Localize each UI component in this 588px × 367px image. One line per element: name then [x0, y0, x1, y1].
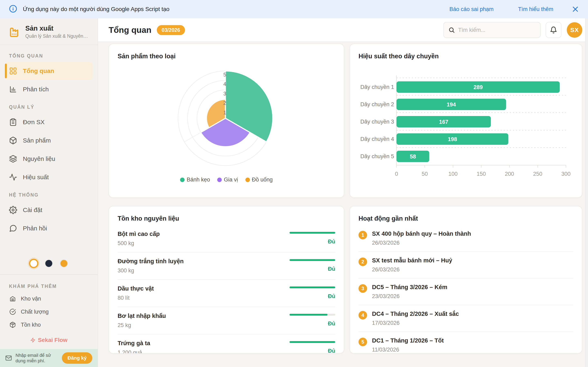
sidebar-item-chat[interactable]: Phản hồi	[5, 219, 93, 237]
legend-item[interactable]: Đồ uống	[245, 176, 273, 183]
svg-text:2: 2	[223, 100, 226, 106]
close-banner-button[interactable]	[572, 6, 579, 13]
report-abuse-link[interactable]: Báo cáo sai phạm	[449, 6, 493, 12]
card-recent-activity: Hoạt động gần nhất 1SX 400 hộp bánh quy …	[350, 206, 582, 354]
legend-label: Bánh kẹo	[187, 176, 210, 183]
stock-status-badge: Đủ	[290, 239, 335, 245]
sidebar-item-box[interactable]: Sản phẩm	[5, 132, 93, 150]
explore-section: KHÁM PHÁ THÊM Kho vậnChất lượngTồn kho	[0, 274, 98, 332]
learn-more-link[interactable]: Tìm hiểu thêm	[518, 6, 553, 12]
sidebar-item-grid[interactable]: Tổng quan	[5, 62, 93, 80]
search-input[interactable]	[458, 27, 536, 33]
inventory-item-info: Đường trắng tinh luyện300 kg	[118, 258, 184, 274]
inventory-item-info: Bơ lạt nhập khẩu25 kg	[118, 313, 166, 328]
box-icon	[9, 136, 17, 145]
info-icon	[9, 5, 17, 13]
activity-number-badge: 1	[359, 231, 367, 239]
activity-date: 11/03/2026	[372, 347, 444, 353]
factory-icon	[8, 26, 20, 38]
bell-icon	[550, 26, 557, 34]
email-signup-text: Nhập email để sử dụng miễn phí.	[16, 352, 58, 364]
bar-category-label: Dây chuyền 3	[360, 119, 394, 125]
inventory-row: Trứng gà ta1,200 quảĐủ	[118, 334, 335, 354]
explore-item-warehouse[interactable]: Kho vận	[5, 292, 93, 305]
inventory-row: Bột mì cao cấp500 kgĐủ	[118, 225, 335, 252]
stock-level-bar	[290, 232, 335, 234]
signup-button[interactable]: Đăng ký	[62, 352, 92, 364]
bar-value-label: 289	[474, 84, 483, 90]
legend-label: Gia vị	[224, 176, 238, 183]
brand-subtitle: Quản lý Sản xuất & Nguyên li...	[25, 33, 89, 39]
explore-item-check-circle[interactable]: Chất lượng	[5, 305, 93, 318]
inventory-item-info: Dầu thực vật80 lít	[118, 285, 154, 301]
sidebar-item-layers[interactable]: Nguyên liệu	[5, 150, 93, 168]
activity-row: 5DC1 – Tháng 1/2026 – Tốt11/03/2026	[359, 332, 573, 354]
inventory-item-status-block: Đủ	[290, 231, 335, 245]
theme-dot-orange[interactable]	[61, 260, 67, 267]
stock-level-bar	[290, 259, 335, 261]
sidebar-item-bar-chart[interactable]: Phân tích	[5, 80, 93, 98]
svg-text:4: 4	[223, 81, 226, 87]
legend-dot	[245, 178, 250, 182]
bar-category-label: Dây chuyền 4	[360, 136, 394, 142]
apps-script-banner: Ứng dụng này do một người dùng Google Ap…	[0, 0, 588, 18]
theme-dot-dark[interactable]	[45, 260, 52, 267]
legend-item[interactable]: Bánh kẹo	[180, 176, 210, 183]
x-axis-tick-label: 150	[476, 171, 486, 177]
activity-text: SX 400 hộp bánh quy – Hoàn thành	[372, 230, 471, 237]
page-scrollbar[interactable]	[585, 18, 588, 367]
sidebar-item-label: Sản phẩm	[23, 137, 51, 144]
legend-item[interactable]: Gia vị	[217, 176, 238, 183]
x-axis-tick-label: 200	[505, 171, 514, 177]
inventory-item-quantity: 1,200 quả	[118, 350, 150, 354]
explore-item-package[interactable]: Tồn kho	[5, 318, 93, 331]
activity-date: 23/03/2026	[372, 293, 447, 300]
info-icon	[9, 5, 17, 14]
x-axis-tick-label: 250	[533, 171, 542, 177]
explore-item-label: Tồn kho	[21, 322, 41, 328]
inventory-list: Bột mì cao cấp500 kgĐủĐường trắng tinh l…	[118, 225, 335, 354]
inventory-item-status-block: Đủ	[290, 258, 335, 272]
topbar: Tổng quan 03/2026 SX	[98, 18, 588, 42]
x-axis-tick-label: 0	[395, 171, 398, 177]
legend-label: Đồ uống	[252, 176, 273, 183]
x-axis-tick-label: 100	[448, 171, 458, 177]
stock-status-badge: Đủ	[290, 266, 335, 272]
sidebar-item-gear[interactable]: Cài đặt	[5, 201, 93, 219]
activity-number-badge: 3	[359, 284, 367, 293]
sekai-flow-watermark[interactable]: Sekai Flow	[0, 332, 98, 349]
card-title: Hiệu suất theo dây chuyền	[359, 53, 573, 60]
sidebar-item-clipboard[interactable]: Đơn SX	[5, 113, 93, 131]
activity-text: DC4 – Tháng 2/2026 – Xuất sắc	[372, 310, 459, 317]
sidebar-item-activity[interactable]: Hiệu suất	[5, 168, 93, 186]
theme-dot-light[interactable]	[30, 260, 37, 267]
activity-info: SX test mẫu bánh mới – Huỷ26/03/2026	[372, 257, 452, 273]
app-shell: Sản xuất Quản lý Sản xuất & Nguyên li...…	[0, 18, 588, 367]
activity-date: 17/03/2026	[372, 320, 459, 326]
main-area: Tổng quan 03/2026 SX Sản phẩm theo loại …	[98, 18, 588, 367]
explore-item-label: Chất lượng	[21, 309, 49, 315]
notifications-button[interactable]	[545, 22, 562, 38]
zap-icon	[30, 337, 35, 343]
package-icon	[9, 322, 16, 328]
check-circle-icon	[9, 309, 16, 315]
activity-text: DC5 – Tháng 3/2026 – Kém	[372, 284, 447, 291]
brand-text: Sản xuất Quản lý Sản xuất & Nguyên li...	[25, 25, 89, 39]
legend-dot	[217, 178, 222, 182]
search-box[interactable]	[443, 22, 541, 38]
bar-value-label: 198	[448, 136, 457, 142]
avatar[interactable]: SX	[567, 22, 582, 38]
stock-level-bar	[290, 314, 335, 316]
activity-list: 1SX 400 hộp bánh quy – Hoàn thành26/03/2…	[359, 225, 573, 354]
stock-level-bar	[290, 286, 335, 288]
email-signup-bar: Nhập email để sử dụng miễn phí. Đăng ký	[0, 349, 98, 367]
search-icon	[448, 27, 455, 33]
explore-item-label: Kho vận	[21, 296, 41, 302]
sidebar-item-label: Nguyên liệu	[23, 155, 55, 162]
bar-category-label: Dây chuyền 5	[360, 153, 394, 159]
card-line-performance: Hiệu suất theo dây chuyền 289Dây chuyền …	[350, 44, 582, 198]
grid-icon	[9, 67, 17, 75]
mail-icon	[5, 355, 12, 361]
sekai-flow-label: Sekai Flow	[38, 337, 68, 343]
gear-icon	[9, 206, 17, 214]
